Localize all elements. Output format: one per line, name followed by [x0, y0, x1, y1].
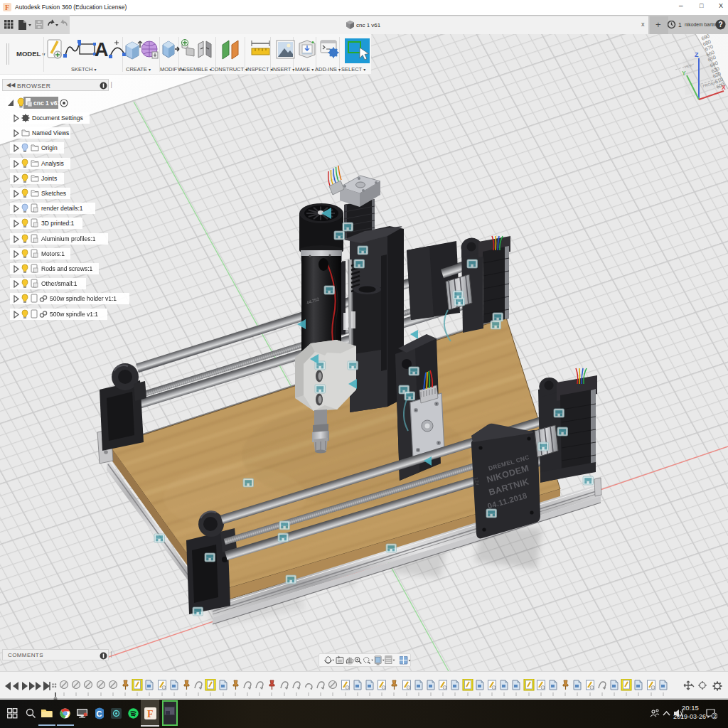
svg-text:X: X [722, 84, 726, 91]
svg-text:C: C [97, 710, 102, 718]
svg-text:Z: Z [695, 51, 699, 58]
svg-text:Y: Y [682, 70, 686, 77]
svg-text:2: 2 [713, 713, 716, 719]
svg-text:F: F [5, 4, 9, 11]
svg-text:F: F [147, 709, 154, 719]
svg-text:?: ? [719, 21, 723, 28]
svg-text:A: A [95, 39, 109, 60]
